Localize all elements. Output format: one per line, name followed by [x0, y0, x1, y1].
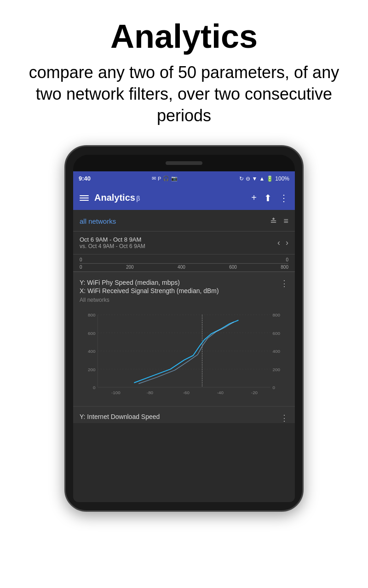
- network-filter-row: all networks ≛ ≡: [73, 210, 295, 232]
- phone-notch: [73, 155, 295, 171]
- axis-top-right: 0: [286, 257, 288, 262]
- svg-text:600: 600: [272, 331, 280, 336]
- chart-header-text-1: Y: WiFi Phy Speed (median, mbps) X: WiFi…: [80, 278, 276, 303]
- svg-text:200: 200: [272, 367, 280, 372]
- network-filter-icons: ≛ ≡: [270, 216, 288, 226]
- add-button[interactable]: +: [251, 192, 257, 203]
- app-bar-actions: + ⬆ ⋮: [251, 192, 288, 204]
- svg-text:400: 400: [272, 349, 280, 354]
- camera-icon: 📷: [171, 175, 178, 181]
- page-subtitle: compare any two of 50 parameters, of any…: [18, 62, 350, 126]
- svg-text:-40: -40: [217, 390, 224, 395]
- date-range-row: Oct 6 9AM - Oct 8 9AM vs. Oct 4 9AM - Oc…: [73, 232, 295, 254]
- hamburger-menu[interactable]: [80, 195, 89, 201]
- svg-text:800: 800: [88, 312, 96, 317]
- date-navigation: ‹ ›: [277, 238, 288, 248]
- axis-top-left: 0: [80, 257, 82, 262]
- axis-bottom-400: 400: [178, 265, 185, 270]
- date-primary: Oct 6 9AM - Oct 8 9AM: [80, 236, 277, 243]
- status-icons-right: ↻ ⊖ ▼ ▲ 🔋 100%: [239, 175, 289, 182]
- filter-icon-1[interactable]: ≛: [270, 216, 277, 226]
- email-icon: ✉: [152, 175, 156, 181]
- axis-line: [80, 263, 288, 264]
- chart-x-label: X: WiFi Received Signal Strength (median…: [80, 287, 276, 295]
- headphones-icon: 🎧: [163, 175, 169, 181]
- filter-icon-2[interactable]: ≡: [283, 216, 288, 226]
- status-bar: 9:40 ✉ P 🎧 📷 ↻ ⊖ ▼ ▲ 🔋 100%: [73, 171, 295, 186]
- content-area: all networks ≛ ≡ Oct 6 9AM - Oct 8 9AM v…: [73, 210, 295, 423]
- phone-mockup: 9:40 ✉ P 🎧 📷 ↻ ⊖ ▼ ▲ 🔋 100%: [64, 145, 304, 512]
- beta-label: β: [136, 195, 140, 202]
- date-prev-button[interactable]: ‹: [277, 238, 280, 248]
- status-icons-left: ✉ P 🎧 📷: [152, 175, 178, 181]
- svg-text:200: 200: [88, 367, 96, 372]
- date-info: Oct 6 9AM - Oct 8 9AM vs. Oct 4 9AM - Oc…: [80, 236, 277, 249]
- more-button[interactable]: ⋮: [279, 192, 288, 204]
- status-time: 9:40: [79, 175, 91, 182]
- axis-top-labels: 0 0: [80, 257, 288, 262]
- app-bar: Analyticsβ + ⬆ ⋮: [73, 186, 295, 210]
- svg-text:400: 400: [88, 349, 96, 354]
- bottom-chart-menu-button[interactable]: ⋮: [280, 413, 288, 423]
- phone-speaker: [166, 161, 202, 165]
- chart-card-1: Y: WiFi Phy Speed (median, mbps) X: WiFi…: [73, 272, 295, 407]
- chart-menu-button[interactable]: ⋮: [276, 278, 288, 288]
- app-title: Analyticsβ: [94, 192, 246, 203]
- axis-bottom-200: 200: [126, 265, 134, 270]
- circle-icon: ⊖: [246, 175, 250, 182]
- svg-text:-60: -60: [183, 390, 190, 395]
- chart-svg: 800 600 400 200 0 800 600 400 200 0: [80, 310, 288, 401]
- svg-text:-20: -20: [251, 390, 258, 395]
- axis-bottom-labels: 0 200 400 600 800: [80, 265, 288, 270]
- header-section: Analytics compare any two of 50 paramete…: [0, 0, 368, 141]
- chart-network-label: All networks: [80, 297, 276, 303]
- page-title: Analytics: [18, 18, 350, 55]
- signal-icon: ▲: [259, 175, 264, 182]
- bottom-chart-title: Y: Internet Download Speed: [80, 413, 288, 420]
- network-filter-label[interactable]: all networks: [80, 217, 270, 225]
- share-button[interactable]: ⬆: [264, 192, 272, 204]
- phone-screen: 9:40 ✉ P 🎧 📷 ↻ ⊖ ▼ ▲ 🔋 100%: [73, 171, 295, 502]
- chart-header-1: Y: WiFi Phy Speed (median, mbps) X: WiFi…: [73, 272, 295, 306]
- p-icon: P: [158, 176, 161, 181]
- svg-text:600: 600: [88, 331, 96, 336]
- svg-text:0: 0: [272, 385, 275, 390]
- chart-y-label: Y: WiFi Phy Speed (median, mbps): [80, 278, 276, 287]
- phone-outer-frame: 9:40 ✉ P 🎧 📷 ↻ ⊖ ▼ ▲ 🔋 100%: [64, 145, 304, 512]
- svg-text:-80: -80: [147, 390, 154, 395]
- axis-bottom-600: 600: [229, 265, 237, 270]
- battery-icon: 🔋: [266, 175, 273, 182]
- svg-text:800: 800: [272, 312, 280, 317]
- axis-bottom-800: 800: [281, 265, 288, 270]
- axis-bottom-0: 0: [80, 265, 82, 270]
- svg-text:-100: -100: [111, 390, 121, 395]
- bottom-chart-card: ⋮ Y: Internet Download Speed: [73, 407, 295, 423]
- wifi-icon: ▼: [252, 175, 258, 182]
- battery-percent: 100%: [275, 175, 289, 182]
- date-secondary: vs. Oct 4 9AM - Oct 6 9AM: [80, 243, 277, 249]
- date-next-button[interactable]: ›: [286, 238, 288, 248]
- axis-chart: 0 0 0 200 400 600 800: [73, 254, 295, 272]
- svg-text:0: 0: [93, 385, 96, 390]
- sync-icon: ↻: [239, 175, 244, 182]
- scatter-chart: 800 600 400 200 0 800 600 400 200 0: [80, 310, 288, 401]
